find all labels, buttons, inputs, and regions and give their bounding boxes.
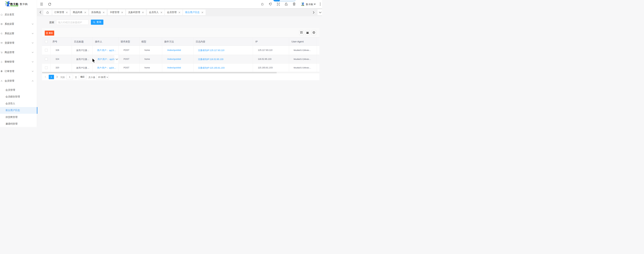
svg-text:SHUKAGOU.COM: SHUKAGOU.COM [11,6,17,6]
svg-text:数卡购: 数卡购 [10,3,18,6]
